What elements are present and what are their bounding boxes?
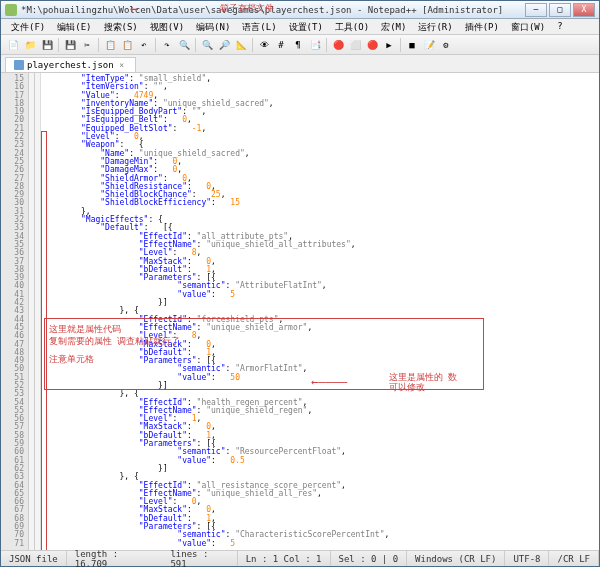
fold-gutter[interactable]	[29, 73, 41, 550]
tabbar: playerchest.json × ← 箱子存档文件	[1, 55, 599, 73]
toolbar-btn-8[interactable]: ↷	[159, 37, 175, 53]
toolbar-btn-12[interactable]: 📐	[233, 37, 249, 53]
status-pos: Ln : 1 Col : 1	[238, 551, 331, 566]
app-window: *M:\pohuailingzhu\Wolcen\Data\user\saveg…	[0, 0, 600, 567]
menu-设置(T)[interactable]: 设置(T)	[283, 19, 329, 34]
toolbar-btn-20[interactable]: ▶	[381, 37, 397, 53]
toolbar-btn-1[interactable]: 📁	[22, 37, 38, 53]
toolbar-btn-11[interactable]: 🔎	[216, 37, 232, 53]
toolbar-btn-17[interactable]: 🔴	[330, 37, 346, 53]
menu-运行(R)[interactable]: 运行(R)	[412, 19, 458, 34]
editor[interactable]: 15 16 17 18 19 20 21 22 23 24 25 26 27 2…	[1, 73, 599, 550]
toolbar-btn-7[interactable]: ↶	[136, 37, 152, 53]
menu-宏(M)[interactable]: 宏(M)	[375, 19, 412, 34]
status-sel: Sel : 0 | 0	[331, 551, 408, 566]
tab-label: playerchest.json	[27, 60, 114, 70]
close-button[interactable]: X	[573, 3, 595, 17]
toolbar-btn-23[interactable]: ⚙	[438, 37, 454, 53]
status-length: length : 16,709 lines : 591	[67, 551, 238, 566]
menu-?[interactable]: ?	[551, 19, 568, 34]
status-eol: Windows (CR LF)	[407, 551, 505, 566]
tab-close-icon[interactable]: ×	[117, 60, 127, 70]
file-icon	[14, 60, 24, 70]
toolbar-btn-21[interactable]: ■	[404, 37, 420, 53]
maximize-button[interactable]: □	[549, 3, 571, 17]
toolbar-btn-10[interactable]: 🔍	[199, 37, 215, 53]
toolbar-btn-18[interactable]: ⬜	[347, 37, 363, 53]
toolbar-btn-19[interactable]: 🔴	[364, 37, 380, 53]
statusbar: JSON file length : 16,709 lines : 591 Ln…	[1, 550, 599, 566]
toolbar-btn-9[interactable]: 🔍	[176, 37, 192, 53]
toolbar-btn-6[interactable]: 📋	[119, 37, 135, 53]
menu-搜索(S)[interactable]: 搜索(S)	[98, 19, 144, 34]
status-filetype: JSON file	[1, 551, 67, 566]
menu-视图(V)[interactable]: 视图(V)	[144, 19, 190, 34]
menu-文件(F)[interactable]: 文件(F)	[5, 19, 51, 34]
window-title: *M:\pohuailingzhu\Wolcen\Data\user\saveg…	[21, 5, 525, 15]
menu-语言(L)[interactable]: 语言(L)	[236, 19, 282, 34]
toolbar: 📄📁💾💾✂📋📋↶↷🔍🔍🔎📐👁#¶📑🔴⬜🔴▶■📝⚙	[1, 35, 599, 55]
status-enc: UTF-8	[505, 551, 549, 566]
toolbar-btn-4[interactable]: ✂	[79, 37, 95, 53]
app-icon	[5, 4, 17, 16]
toolbar-btn-5[interactable]: 📋	[102, 37, 118, 53]
window-controls: — □ X	[525, 3, 595, 17]
tab-playerchest[interactable]: playerchest.json ×	[5, 57, 136, 72]
minimize-button[interactable]: —	[525, 3, 547, 17]
toolbar-btn-3[interactable]: 💾	[62, 37, 78, 53]
status-ins: /CR LF	[549, 551, 599, 566]
menubar: 文件(F)编辑(E)搜索(S)视图(V)编码(N)语言(L)设置(T)工具(O)…	[1, 19, 599, 35]
toolbar-btn-2[interactable]: 💾	[39, 37, 55, 53]
menu-插件(P)[interactable]: 插件(P)	[459, 19, 505, 34]
toolbar-btn-15[interactable]: ¶	[290, 37, 306, 53]
menu-窗口(W)[interactable]: 窗口(W)	[505, 19, 551, 34]
toolbar-btn-16[interactable]: 📑	[307, 37, 323, 53]
menu-编码(N)[interactable]: 编码(N)	[190, 19, 236, 34]
toolbar-btn-22[interactable]: 📝	[421, 37, 437, 53]
toolbar-btn-14[interactable]: #	[273, 37, 289, 53]
line-numbers: 15 16 17 18 19 20 21 22 23 24 25 26 27 2…	[1, 73, 29, 550]
toolbar-btn-0[interactable]: 📄	[5, 37, 21, 53]
code-content[interactable]: "ItemType": "small_shield","ItemVersion"…	[41, 73, 599, 550]
toolbar-btn-13[interactable]: 👁	[256, 37, 272, 53]
menu-工具(O)[interactable]: 工具(O)	[329, 19, 375, 34]
titlebar[interactable]: *M:\pohuailingzhu\Wolcen\Data\user\saveg…	[1, 1, 599, 19]
menu-编辑(E)[interactable]: 编辑(E)	[51, 19, 97, 34]
